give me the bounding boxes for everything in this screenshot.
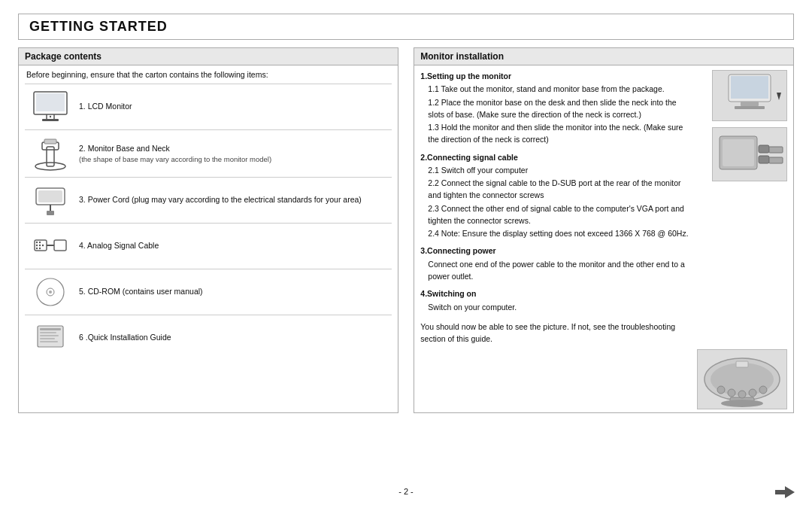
step-4-1: Switch on your computer. — [420, 301, 689, 313]
left-column: Package contents Before beginning, ensur… — [18, 47, 398, 413]
svg-point-18 — [36, 245, 38, 246]
svg-rect-30 — [40, 335, 59, 336]
svg-point-21 — [39, 245, 41, 246]
step-group-2: 2.Connecting signal cable 2.1 Switch off… — [420, 151, 689, 240]
step-group-3-title: 3.Connecting power — [420, 245, 689, 257]
page: GETTING STARTED Package contents Before … — [0, 0, 812, 508]
content-columns: Package contents Before beginning, ensur… — [18, 47, 794, 413]
right-column: Monitor installation 1.Setting up the mo… — [414, 47, 794, 413]
right-images — [689, 70, 787, 345]
lcd-monitor-icon — [25, 87, 76, 126]
svg-point-17 — [36, 242, 38, 243]
next-page-arrow — [774, 485, 795, 499]
monitor-back-image — [697, 349, 787, 409]
svg-rect-29 — [40, 332, 56, 333]
svg-point-51 — [749, 389, 756, 397]
svg-point-49 — [728, 389, 735, 397]
svg-point-22 — [39, 248, 41, 249]
power-cord-icon — [25, 181, 76, 220]
step-2-3: 2.3 Connect the other end of signal cabl… — [420, 202, 689, 227]
step-2-2: 2.2 Connect the signal cable to the D-SU… — [420, 177, 689, 202]
step-group-4-title: 4.Switching on — [420, 287, 689, 300]
item-3-label: 3. Power Cord (plug may vary according t… — [76, 193, 392, 207]
svg-rect-40 — [759, 145, 769, 153]
step-2-1: 2.1 Switch off your computer — [420, 164, 689, 176]
item-4-label: 4. Analog Signal Cable — [76, 239, 392, 253]
svg-point-19 — [36, 248, 38, 249]
svg-point-23 — [42, 245, 44, 246]
svg-rect-53 — [736, 361, 748, 367]
right-content: 1.Setting up the monitor 1.1 Take out th… — [420, 70, 787, 345]
svg-rect-42 — [769, 147, 783, 153]
item-5-label: 5. CD-ROM (contains user manual) — [76, 284, 392, 299]
step-1-1: 1.1 Take out the monitor, stand and moni… — [420, 83, 689, 95]
page-number: - 2 - — [398, 487, 414, 496]
svg-marker-37 — [777, 93, 781, 100]
list-item: 2. Monitor Base and Neck (the shape of b… — [25, 129, 392, 177]
item-2-text: 2. Monitor Base and Neck (the shape of b… — [76, 141, 392, 166]
svg-point-48 — [717, 386, 725, 394]
step-group-3: 3.Connecting power Connect one end of th… — [420, 245, 689, 282]
svg-rect-13 — [47, 211, 54, 215]
svg-point-47 — [721, 400, 763, 407]
bottom-image-row — [420, 349, 787, 409]
svg-rect-9 — [44, 139, 56, 144]
page-title: GETTING STARTED — [18, 14, 794, 40]
svg-rect-1 — [36, 93, 65, 111]
step-group-1-title: 1.Setting up the monitor — [420, 70, 689, 82]
list-item: 3. Power Cord (plug may vary according t… — [25, 177, 392, 223]
step-3-1: Connect one end of the power cable to th… — [420, 258, 689, 283]
item-6-label: 6 .Quick Installation Guide — [76, 330, 392, 345]
signal-cable-icon — [25, 227, 76, 266]
svg-rect-35 — [741, 102, 759, 106]
svg-point-26 — [49, 291, 52, 294]
list-item: 1. LCD Monitor — [25, 84, 392, 129]
svg-rect-11 — [38, 190, 62, 202]
right-section-body: 1.Setting up the monitor 1.1 Take out th… — [414, 65, 793, 412]
item-2-label: 2. Monitor Base and Neck — [79, 143, 389, 154]
cdrom-icon — [25, 272, 76, 312]
svg-rect-4 — [42, 119, 59, 121]
connector-image — [712, 127, 787, 181]
left-section-body: Before beginning, ensure that the carton… — [19, 65, 398, 365]
monitor-top-image — [712, 70, 787, 121]
svg-rect-28 — [40, 328, 61, 330]
quick-guide-icon — [25, 318, 76, 357]
step-1-2: 1.2 Place the monitor base on the desk a… — [420, 96, 689, 121]
intro-text: Before beginning, ensure that the carton… — [25, 70, 392, 79]
svg-rect-41 — [759, 156, 769, 163]
svg-point-52 — [759, 386, 767, 394]
list-item: 6 .Quick Installation Guide — [25, 315, 392, 360]
svg-rect-39 — [723, 139, 754, 166]
item-1-label: 1. LCD Monitor — [76, 99, 392, 114]
svg-rect-15 — [54, 240, 66, 251]
step-2-4: 2.4 Note: Ensure the display setting doe… — [420, 227, 689, 239]
svg-point-20 — [39, 242, 41, 243]
svg-rect-34 — [731, 76, 768, 99]
list-item: 4. Analog Signal Cable — [25, 223, 392, 269]
svg-point-5 — [50, 116, 51, 117]
right-text-area: 1.Setting up the monitor 1.1 Take out th… — [420, 70, 689, 345]
left-section-header: Package contents — [19, 48, 398, 65]
item-2-sub: (the shape of base may vary according to… — [79, 154, 389, 165]
right-section-header: Monitor installation — [414, 48, 793, 65]
svg-marker-54 — [775, 486, 795, 498]
svg-rect-32 — [40, 341, 58, 342]
step-group-4: 4.Switching on Switch on your computer. — [420, 287, 689, 313]
monitor-base-icon — [25, 133, 76, 174]
list-item: 5. CD-ROM (contains user manual) — [25, 269, 392, 315]
step-group-2-title: 2.Connecting signal cable — [420, 151, 689, 163]
step-1-3: 1.3 Hold the monitor and then slide the … — [420, 121, 689, 146]
step-group-1: 1.Setting up the monitor 1.1 Take out th… — [420, 70, 689, 146]
footer-text: You should now be able to see the pictur… — [420, 321, 689, 345]
svg-rect-43 — [769, 157, 783, 163]
svg-rect-36 — [735, 106, 765, 109]
svg-rect-31 — [40, 338, 55, 339]
svg-point-50 — [738, 391, 746, 398]
